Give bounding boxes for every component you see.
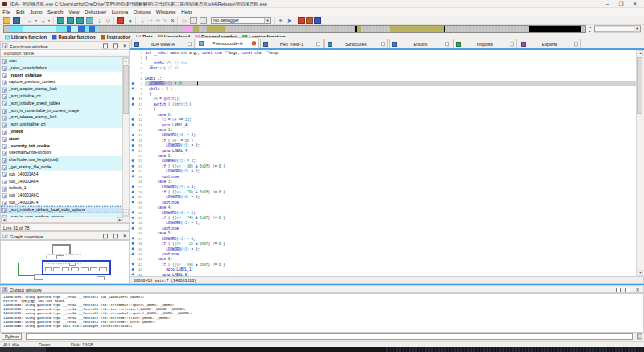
debugger-combobox[interactable]: No debugger▼ xyxy=(211,17,271,24)
tab-detach-icon[interactable] xyxy=(188,42,192,46)
pause-icon[interactable] xyxy=(190,17,197,24)
menu-edit[interactable]: Edit xyxy=(14,8,27,16)
menu-lumina[interactable]: Lumina xyxy=(109,8,131,16)
menu-view[interactable]: View xyxy=(66,8,82,16)
chevron-down-icon[interactable]: ▼ xyxy=(264,18,270,23)
chevron-down-icon[interactable]: ▼ xyxy=(634,26,640,31)
function-list-item[interactable]: f_scrt_acquire_startup_lock xyxy=(1,85,122,93)
refresh-icon[interactable]: ↺ xyxy=(105,17,112,24)
chart-icon[interactable] xyxy=(117,17,124,24)
tab-detach-icon[interactable] xyxy=(510,42,514,46)
function-list-item[interactable]: fcharNode::raw_length(void) xyxy=(1,156,122,164)
function-list-item[interactable]: fcapture_previous_context xyxy=(1,78,122,85)
scroll-right-icon[interactable]: ▶ xyxy=(117,217,123,222)
tab-imports[interactable]: Imports xyxy=(453,39,517,48)
menu-file[interactable]: File xyxy=(0,8,14,16)
navigation-band[interactable] xyxy=(3,25,586,33)
color2-icon[interactable] xyxy=(306,17,313,24)
options-icon[interactable]: ✦ xyxy=(277,17,284,24)
jump-list-icon[interactable] xyxy=(67,17,74,24)
function-list-item[interactable]: fUserMathErrorFunction xyxy=(1,149,122,156)
close-panel-icon[interactable]: ✕ xyxy=(122,43,127,48)
graph-viewport-rect[interactable] xyxy=(42,260,111,275)
minimize-button[interactable]: – xyxy=(601,0,614,8)
tab-detach-icon[interactable] xyxy=(316,42,320,46)
tab-detach-icon[interactable] xyxy=(445,42,449,46)
scroll-down-icon[interactable]: ▼ xyxy=(638,270,643,276)
function-list-item[interactable]: f_raise_securityfailure xyxy=(1,64,122,72)
function-list-item[interactable]: f_scrt_release_startup_lock xyxy=(1,114,122,121)
function-list-item[interactable]: fatexit xyxy=(1,135,122,143)
function-list-item[interactable]: f_get_startup_file_mode xyxy=(1,164,122,171)
scripts-icon[interactable]: ➤ xyxy=(286,17,293,24)
chevron-down-icon[interactable]: ▾ xyxy=(48,17,52,24)
tab-pseudocode-a[interactable]: Pseudocode-A xyxy=(196,37,259,48)
stop-icon[interactable] xyxy=(200,17,207,24)
maximize-panel-icon[interactable] xyxy=(103,43,108,48)
code-vertical-scrollbar[interactable]: ▲ ▼ xyxy=(636,50,644,276)
menu-search[interactable]: Search xyxy=(45,8,66,16)
tab-detach-icon[interactable] xyxy=(381,42,385,46)
function-list-item[interactable]: fnullsub_1 xyxy=(1,184,122,192)
delete-icon[interactable]: ✕ xyxy=(169,17,176,24)
tab-hex-view-1[interactable]: Hex View-1 xyxy=(260,39,324,48)
play-icon[interactable]: ▷ xyxy=(181,17,188,24)
jump-next-icon[interactable] xyxy=(86,17,93,24)
graph-overview-canvas[interactable] xyxy=(0,240,130,284)
scroll-left-icon[interactable]: ◀ xyxy=(1,217,7,222)
menu-debugger[interactable]: Debugger xyxy=(82,8,109,16)
scrollbar-thumb[interactable] xyxy=(123,65,129,114)
close-panel-icon[interactable]: ✕ xyxy=(122,234,127,238)
tab-exports[interactable]: Exports xyxy=(518,39,581,48)
menu-windows[interactable]: Windows xyxy=(153,8,179,16)
scroll-up-icon[interactable]: ▲ xyxy=(123,58,129,64)
function-list-item[interactable]: fstart xyxy=(1,57,122,64)
color3-icon[interactable] xyxy=(314,17,321,24)
maximize-panel-icon[interactable] xyxy=(103,234,108,238)
color1-icon[interactable] xyxy=(298,17,305,24)
open-folder-icon[interactable] xyxy=(3,17,10,24)
tab-structures[interactable]: Structures xyxy=(324,39,388,48)
navband-combobox[interactable]: ▼ xyxy=(594,25,641,32)
start-icon[interactable]: ● xyxy=(126,17,134,24)
function-list-item[interactable]: fsub_140001A74 xyxy=(1,199,122,206)
function-list-item[interactable]: f_scrt_initialize_crt xyxy=(1,93,122,100)
jump-icon[interactable] xyxy=(57,17,64,24)
jump-prev-icon[interactable] xyxy=(76,17,84,24)
scroll-down-icon[interactable]: ▼ xyxy=(123,209,129,216)
down-arrow-icon[interactable]: ↓ xyxy=(96,17,103,24)
save-icon[interactable] xyxy=(13,17,20,24)
back-arrow-icon[interactable]: ← xyxy=(27,17,34,24)
step-over-icon[interactable]: ⇢ xyxy=(147,17,154,24)
forward-arrow-icon[interactable]: → xyxy=(39,17,47,24)
navband-scroll-arrows[interactable]: ◂▸ xyxy=(588,25,592,33)
function-list-item[interactable]: f_security_init_cookie xyxy=(1,143,122,150)
run-until-icon[interactable]: ⇥ xyxy=(154,17,161,24)
function-name-column-header[interactable]: Function name xyxy=(0,50,130,57)
edit-icon[interactable]: ✎ xyxy=(161,17,168,24)
python-input[interactable] xyxy=(26,333,633,340)
float-panel-icon[interactable] xyxy=(625,288,630,292)
function-list-item[interactable]: f_scrt_initialize_onexit_tables xyxy=(1,100,122,107)
function-list-item[interactable]: f_scrt_initialize_default_local_stdio_op… xyxy=(1,206,122,213)
tab-close-icon[interactable] xyxy=(252,41,256,45)
menu-help[interactable]: Help xyxy=(179,8,194,16)
functions-horizontal-scrollbar[interactable]: ◀ ▶ xyxy=(0,217,130,223)
function-list-item[interactable]: fsub_140001A64 xyxy=(1,178,122,185)
console-icon[interactable] xyxy=(637,333,642,339)
menu-options[interactable]: Options xyxy=(130,8,153,16)
maximize-panel-icon[interactable] xyxy=(616,288,621,292)
function-list-item[interactable]: fsub_140001A6C xyxy=(1,192,122,199)
pseudocode-view[interactable]: 1int __cdecl main(int argc, const char *… xyxy=(130,50,644,276)
step-into-icon[interactable]: ⇣ xyxy=(139,17,147,24)
close-panel-icon[interactable]: ✕ xyxy=(635,288,640,292)
tab-detach-icon[interactable] xyxy=(574,42,578,46)
function-list-item[interactable]: f_scrt_is_nonwritable_in_current_image xyxy=(1,107,122,114)
restore-button[interactable]: ❐ xyxy=(614,0,628,8)
function-list-item[interactable]: f_scrt_uninitialize_crt xyxy=(1,121,122,128)
scrollbar-thumb[interactable] xyxy=(637,57,642,114)
menu-jump[interactable]: Jump xyxy=(27,8,45,16)
scroll-up-icon[interactable]: ▲ xyxy=(638,50,643,56)
float-panel-icon[interactable] xyxy=(113,43,118,48)
python-prompt-label[interactable]: Python xyxy=(2,333,22,340)
